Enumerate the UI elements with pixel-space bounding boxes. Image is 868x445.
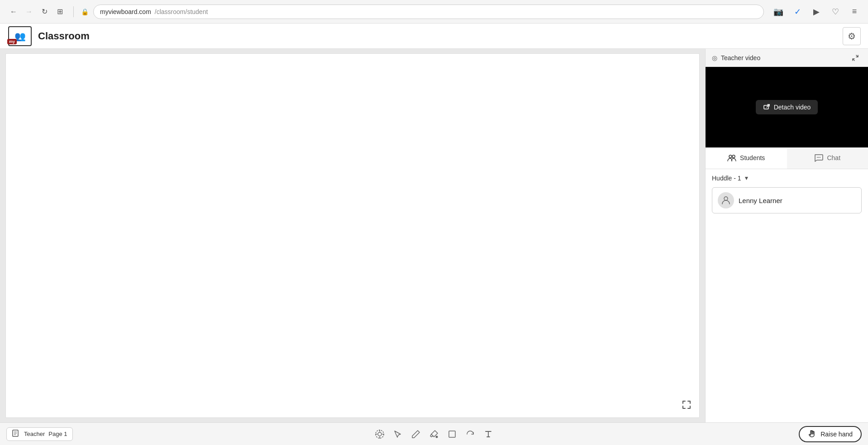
svg-point-10 — [436, 436, 438, 438]
tab-chat-label: Chat — [827, 154, 840, 161]
teacher-page-icon — [12, 430, 20, 439]
cast-icon[interactable]: ▶ — [810, 5, 823, 18]
browser-actions: 📷 ✓ ▶ ♡ ≡ — [772, 5, 861, 18]
shield-check-icon[interactable]: ✓ — [791, 5, 804, 18]
separator — [73, 6, 74, 17]
text-tool-button[interactable] — [480, 426, 496, 442]
students-content: Huddle - 1 ▼ Lenny Learner — [706, 169, 868, 422]
select-tool-button[interactable] — [390, 426, 406, 442]
grid-button[interactable]: ⊞ — [53, 5, 66, 18]
address-bar[interactable]: myviewboard.com /classroom/student — [93, 5, 764, 19]
svg-point-5 — [820, 157, 820, 158]
app-logo: 👥 my Classroom — [7, 24, 90, 49]
svg-point-1 — [729, 155, 732, 158]
logo-icon: 👥 my — [7, 24, 33, 49]
teacher-video-label: Teacher video — [721, 54, 845, 62]
app-header: 👥 my Classroom ⚙ — [0, 24, 868, 49]
svg-point-4 — [818, 157, 819, 158]
lock-icon: 🔒 — [81, 8, 89, 15]
nav-buttons: ← → ↻ ⊞ — [7, 5, 66, 18]
teacher-video-header: ◎ Teacher video — [706, 49, 868, 67]
forward-button[interactable]: → — [23, 5, 35, 18]
teacher-video-section: ◎ Teacher video — [706, 49, 868, 147]
menu-icon[interactable]: ≡ — [848, 5, 861, 18]
svg-point-8 — [378, 432, 382, 436]
raise-hand-label: Raise hand — [820, 431, 853, 438]
svg-point-2 — [732, 155, 735, 158]
logo-my-badge: my — [7, 39, 17, 44]
svg-point-3 — [817, 157, 818, 158]
svg-rect-11 — [449, 431, 455, 437]
pen-tool-button[interactable] — [408, 426, 424, 442]
canvas-area — [0, 49, 705, 422]
app-title: Classroom — [38, 30, 90, 42]
student-avatar — [718, 192, 734, 208]
svg-point-6 — [724, 197, 728, 200]
url-base: myviewboard.com — [100, 8, 151, 15]
reload-button[interactable]: ↻ — [38, 5, 51, 18]
favorite-icon[interactable]: ♡ — [829, 5, 842, 18]
huddle-dropdown-icon: ▼ — [744, 175, 749, 181]
student-name: Lenny Learner — [739, 197, 782, 204]
main-content: ◎ Teacher video — [0, 49, 868, 422]
tab-students[interactable]: Students — [706, 148, 787, 169]
logo-icon-inner: 👥 my — [8, 26, 32, 46]
rotate-tool-button[interactable] — [462, 426, 478, 442]
tabs-row: Students Chat — [706, 148, 868, 169]
move-tool-button[interactable] — [372, 426, 388, 442]
page-info[interactable]: Teacher Page 1 — [6, 427, 73, 441]
toolbar-tools — [372, 426, 496, 442]
fill-tool-button[interactable] — [426, 426, 442, 442]
bottom-toolbar: Teacher Page 1 — [0, 422, 868, 445]
browser-bar: ← → ↻ ⊞ 🔒 myviewboard.com /classroom/stu… — [0, 0, 868, 24]
huddle-selector[interactable]: Huddle - 1 ▼ — [712, 175, 862, 182]
settings-button[interactable]: ⚙ — [843, 27, 861, 45]
collapse-video-button[interactable] — [849, 52, 862, 64]
back-button[interactable]: ← — [7, 5, 20, 18]
raise-hand-button[interactable]: Raise hand — [799, 426, 862, 442]
url-path: /classroom/student — [155, 8, 208, 15]
student-item: Lenny Learner — [712, 187, 862, 213]
tab-students-label: Students — [740, 154, 765, 161]
fullscreen-button[interactable] — [679, 398, 694, 412]
app-container: 👥 my Classroom ⚙ — [0, 24, 868, 445]
huddle-label: Huddle - 1 — [712, 175, 741, 182]
tab-chat[interactable]: Chat — [787, 148, 868, 169]
detach-video-button[interactable]: Detach video — [756, 100, 818, 114]
broadcast-icon: ◎ — [712, 54, 717, 62]
canvas-board[interactable] — [5, 53, 700, 418]
shape-tool-button[interactable] — [444, 426, 460, 442]
video-container: Detach video — [706, 67, 868, 147]
teacher-label: Teacher — [24, 431, 45, 437]
students-chat-section: Students Chat Huddle - 1 — [706, 147, 868, 422]
page-label: Page 1 — [48, 431, 67, 437]
detach-video-label: Detach video — [774, 104, 811, 111]
camera-icon[interactable]: 📷 — [772, 5, 785, 18]
right-sidebar: ◎ Teacher video — [705, 49, 868, 422]
